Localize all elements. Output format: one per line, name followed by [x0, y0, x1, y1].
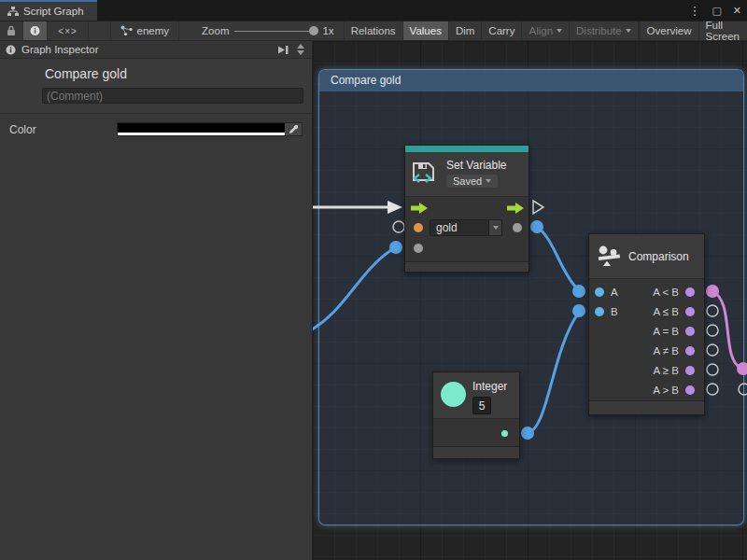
dim-label: Dim: [456, 25, 474, 36]
relations-label: Relations: [351, 25, 396, 36]
input-port-a[interactable]: [595, 287, 604, 297]
integer-value-input[interactable]: 5: [472, 397, 491, 414]
node-comparison[interactable]: Comparison A B A < B A ≤ B A = B: [588, 233, 705, 415]
integer-output-port[interactable]: [501, 430, 508, 437]
code-icon: <×>: [58, 26, 78, 36]
code-preview-button[interactable]: <×>: [48, 21, 89, 40]
info-icon: [6, 45, 16, 55]
chevron-down-icon: [626, 29, 631, 33]
window-menu-icon[interactable]: ⋮: [688, 4, 700, 18]
fullscreen-button[interactable]: Full Screen: [699, 21, 747, 40]
distribute-dropdown[interactable]: Distribute: [570, 21, 639, 40]
output-label-lessequal: A ≤ B: [654, 306, 679, 317]
values-button[interactable]: Values: [403, 21, 449, 40]
node-title: Set Variable: [446, 159, 506, 172]
output-label-greater: A > B: [653, 385, 679, 396]
relations-button[interactable]: Relations: [344, 21, 403, 40]
graph-canvas[interactable]: Compare gold: [313, 41, 747, 560]
fullscreen-label: Full Screen: [706, 20, 741, 42]
color-swatch[interactable]: [118, 123, 285, 135]
chevron-down-icon: [557, 29, 562, 33]
variable-value: gold: [430, 219, 489, 236]
pin-panel-icon[interactable]: [276, 45, 289, 55]
color-field-label: Color: [9, 123, 117, 136]
output-label-less: A < B: [653, 287, 679, 298]
align-label: Align: [529, 25, 553, 36]
zoom-label: Zoom: [202, 25, 229, 36]
values-label: Values: [410, 25, 442, 36]
graph-icon: [7, 7, 19, 17]
inspector-toggle-button[interactable]: [23, 21, 48, 40]
overview-button[interactable]: Overview: [641, 21, 699, 40]
graph-ref-icon: [120, 25, 133, 36]
output-value-port[interactable]: [513, 223, 522, 232]
graph-toolbar: <×> enemy Zoom 1x Relations Values Dim C…: [0, 21, 747, 41]
output-port-greaterequal[interactable]: [685, 366, 695, 375]
input-label-a: A: [611, 287, 618, 298]
graph-title-field[interactable]: Compare gold: [45, 66, 303, 81]
align-dropdown[interactable]: Align: [522, 21, 570, 40]
group-title: Compare gold: [331, 74, 401, 87]
integer-icon: [441, 382, 466, 407]
arrow-up-icon[interactable]: [297, 44, 304, 49]
carry-button[interactable]: Carry: [482, 21, 522, 40]
distribute-label: Distribute: [576, 25, 622, 36]
close-icon[interactable]: ✕: [733, 5, 741, 17]
graph-ref-label: enemy: [137, 25, 170, 36]
arrow-down-icon[interactable]: [297, 50, 304, 55]
output-port-less[interactable]: [685, 287, 695, 297]
scope-value: Saved: [453, 175, 482, 187]
info-icon: [30, 25, 40, 36]
node-accent-bar: [405, 146, 529, 152]
graph-reference[interactable]: enemy: [111, 21, 180, 40]
window-titlebar: Script Graph ⋮ ▢ ✕: [0, 0, 747, 21]
node-title: Integer: [472, 380, 507, 393]
variable-dropdown[interactable]: gold: [430, 219, 502, 236]
output-port-greater[interactable]: [685, 385, 695, 395]
value-input-port[interactable]: [414, 244, 423, 253]
maximize-icon[interactable]: ▢: [712, 5, 721, 17]
output-port-notequal[interactable]: [685, 346, 695, 356]
graph-inspector-panel: Graph Inspector Compare gold Color: [0, 41, 313, 560]
zoom-slider-handle[interactable]: [309, 26, 318, 35]
output-label-equal: A = B: [653, 326, 679, 337]
lock-button[interactable]: [0, 21, 23, 40]
output-port-equal[interactable]: [685, 327, 695, 336]
node-footer: [433, 446, 519, 458]
comparison-icon: [598, 245, 622, 268]
node-integer[interactable]: Integer 5: [432, 371, 520, 459]
variable-scope-dropdown[interactable]: Saved: [446, 175, 498, 188]
save-variable-icon: [412, 161, 437, 187]
flow-input-port[interactable]: [411, 203, 428, 214]
eyedropper-button[interactable]: [285, 123, 302, 135]
toolbar-spacer: [89, 21, 110, 40]
group-header[interactable]: Compare gold: [319, 70, 743, 91]
tab-title: Script Graph: [23, 6, 84, 17]
output-label-notequal: A ≠ B: [654, 345, 679, 357]
flow-output-port[interactable]: [507, 203, 524, 214]
node-footer: [405, 261, 529, 272]
zoom-control: Zoom 1x: [179, 21, 344, 40]
output-label-greaterequal: A ≥ B: [654, 365, 679, 376]
lock-icon: [7, 25, 16, 36]
dim-button[interactable]: Dim: [449, 21, 482, 40]
input-port-b[interactable]: [595, 307, 604, 316]
zoom-value: 1x: [322, 25, 333, 36]
zoom-slider[interactable]: [234, 31, 317, 32]
output-port-lessequal[interactable]: [685, 307, 695, 316]
comment-input[interactable]: [42, 88, 303, 104]
color-picker-field[interactable]: [117, 122, 303, 136]
eyedropper-icon: [289, 124, 299, 134]
variable-name-port[interactable]: [414, 223, 423, 232]
alpha-bar: [118, 133, 285, 135]
chevron-down-icon: [486, 179, 491, 183]
overview-label: Overview: [647, 25, 692, 36]
chevron-down-icon: [493, 226, 499, 230]
panel-stepper[interactable]: [295, 44, 306, 55]
node-set-variable[interactable]: Set Variable Saved gold: [404, 145, 529, 273]
input-label-b: B: [611, 306, 618, 317]
carry-label: Carry: [488, 25, 514, 36]
tab-script-graph[interactable]: Script Graph: [0, 0, 97, 21]
inspector-title: Graph Inspector: [21, 44, 98, 55]
node-title: Comparison: [628, 250, 689, 263]
